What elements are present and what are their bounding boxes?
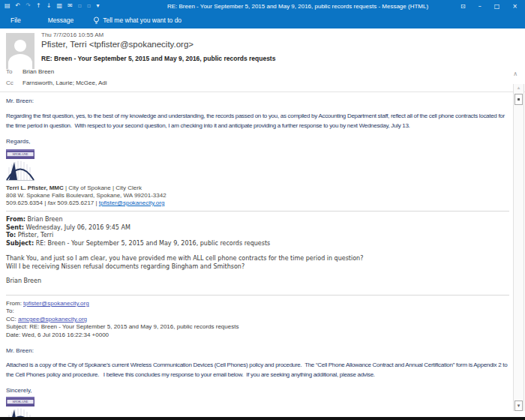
cc-row: CcFarnsworth, Laurie; McGee, Adi — [6, 80, 107, 86]
cc-recipients[interactable]: Farnsworth, Laurie; McGee, Adi — [22, 80, 107, 86]
message-body: Mr. Breen: Regarding the first question,… — [0, 94, 512, 417]
message-header: Thu 7/7/2016 10:55 AM Pfister, Terri <tp… — [0, 28, 525, 92]
message1-closing: Regards, — [6, 138, 509, 145]
tell-me-box[interactable]: Tell me what you want to do — [93, 16, 182, 25]
minimize-icon[interactable]: – — [478, 3, 482, 10]
quoted1-subject-value: RE: Breen - Your September 5, 2015 and M… — [34, 240, 270, 247]
quoted1-to-value: Pfister, Terri — [16, 232, 53, 238]
signature-line-2: 808 W. Spokane Falls Boulevard, Spokane,… — [6, 192, 509, 200]
message-subject: RE: Breen - Your September 5, 2015 and M… — [41, 55, 275, 62]
quoted1-body: Thank You, and just so I am clear, you h… — [6, 255, 509, 271]
signature-fax-number: 509.625.6217 | — [56, 200, 99, 206]
restore-icon[interactable]: □ — [494, 3, 500, 10]
quoted1-sent-label: Sent: — [6, 224, 24, 231]
tab-file[interactable]: File — [2, 16, 30, 24]
ribbon-display-options-icon[interactable]: ⊡ — [460, 3, 466, 10]
sender-avatar — [6, 33, 34, 69]
quoted2-to-row: To: — [6, 308, 509, 315]
ribbon-tab-row: File Message Tell me what you want to do — [0, 12, 525, 28]
signature-name: Terri L. Pfister, MMC — [6, 184, 64, 191]
message1-salutation: Mr. Breen: — [6, 98, 509, 104]
undo-icon[interactable]: ↶ — [16, 3, 21, 9]
quoted2-cc-link[interactable]: amcgee@spokanecity.org — [18, 316, 87, 322]
quoted1-from-row: From: Brian Breen — [6, 216, 509, 224]
cc-label: Cc — [6, 80, 22, 86]
spokane-logo-2: SPOKANE — [6, 397, 509, 417]
to-row: ToBrian Breen — [6, 68, 54, 75]
close-icon[interactable]: × — [512, 3, 518, 10]
quoted1-separator — [6, 211, 509, 212]
quick-access-toolbar: ▤ ↶ ↷ ↑ ↓ ▥ ✉ ▫ ▫ ▾ — [0, 3, 135, 9]
quoted2-cc-label: CC: — [6, 316, 18, 322]
signature-line-3: 509.625.6354 | fax 509.625.6217 | tpfist… — [6, 200, 509, 207]
signature-title: | City of Spokane | City Clerk — [64, 184, 142, 191]
logo-wordmark: SPOKANE — [12, 152, 28, 156]
quoted1-to-label: To: — [6, 232, 16, 238]
quoted-message-1: From: Brian Breen Sent: Wednesday, July … — [6, 216, 509, 285]
quoted2-closing: Sincerely, — [6, 387, 509, 394]
signature-line-1: Terri L. Pfister, MMC | City of Spokane … — [6, 184, 509, 192]
window-title: RE: Breen - Your September 5, 2015 and M… — [135, 3, 460, 10]
quoted1-subject-row: Subject: RE: Breen - Your September 5, 2… — [6, 240, 509, 248]
quoted1-signoff: Brian Breen — [6, 278, 509, 285]
signature-fax-label: fax — [47, 200, 56, 206]
outlook-message-window: ▤ ↶ ↷ ↑ ↓ ▥ ✉ ▫ ▫ ▾ RE: Breen - Your Sep… — [0, 0, 525, 420]
save-icon[interactable]: ▤ — [4, 3, 10, 9]
quoted2-cc-row: CC: amcgee@spokanecity.org — [6, 316, 509, 323]
redo-icon[interactable]: ↷ — [26, 3, 31, 9]
quoted2-paragraph: Attached is a copy of the City of Spokan… — [6, 360, 509, 380]
message-date: Thu 7/7/2016 10:55 AM — [41, 32, 104, 38]
collapse-header-chevron-icon[interactable]: ∧ — [513, 70, 518, 77]
copy-icon: ▫ — [78, 3, 82, 9]
quoted2-from-link[interactable]: tpfister@spokanecity.org — [23, 300, 89, 307]
avatar-shoulders-shape — [8, 54, 32, 69]
lightbulb-icon — [93, 16, 100, 25]
customize-qat-icon[interactable]: ▾ — [96, 3, 99, 9]
quoted2-subject-row: Subject: RE: Breen - Your September 5, 2… — [6, 323, 509, 331]
logo2-wordmark: SPOKANE — [12, 400, 28, 404]
reply-icon[interactable]: ✉ — [68, 3, 73, 9]
quoted1-from-value: Brian Breen — [26, 216, 63, 223]
vertical-scrollbar[interactable]: ▴ ▾ — [513, 84, 524, 411]
next-item-icon[interactable]: ↓ — [46, 3, 52, 9]
signature-phone: 509.625.6354 | — [6, 200, 47, 206]
scroll-up-icon[interactable]: ▴ — [514, 85, 524, 91]
spokane-logo: SPOKANE — [6, 149, 509, 182]
quoted1-sent-row: Sent: Wednesday, July 06, 2016 9:45 AM — [6, 224, 509, 232]
quoted2-from-label: From: — [6, 300, 23, 307]
quoted2-date-row: Date: Wed, 6 Jul 2016 16:22:34 +0000 — [6, 332, 509, 339]
sender-name-email[interactable]: Pfister, Terri <tpfister@spokanecity.org… — [41, 40, 194, 49]
message1-paragraph: Regarding the first question, yes, to th… — [6, 111, 509, 130]
quoted1-from-label: From: — [6, 216, 26, 223]
title-bar: ▤ ↶ ↷ ↑ ↓ ▥ ✉ ▫ ▫ ▾ RE: Breen - Your Sep… — [0, 0, 525, 12]
previous-item-icon[interactable]: ↑ — [36, 3, 41, 9]
scrollbar-thumb[interactable] — [514, 94, 523, 105]
quoted1-sent-value: Wednesday, July 06, 2016 9:45 AM — [24, 224, 130, 231]
quoted1-to-row: To: Pfister, Terri — [6, 232, 509, 240]
quoted2-separator — [6, 295, 509, 296]
quoted-message-2: From: tpfister@spokanecity.org To: CC: a… — [6, 300, 509, 417]
tell-me-label: Tell me what you want to do — [103, 16, 182, 24]
quoted1-subject-label: Subject: — [6, 240, 34, 247]
window-controls: ⊡ – □ × — [460, 3, 525, 10]
to-label: To — [6, 68, 22, 75]
avatar-head-shape — [14, 40, 26, 52]
quoted2-from-row: From: tpfister@spokanecity.org — [6, 300, 509, 308]
to-recipient[interactable]: Brian Breen — [22, 68, 54, 75]
quoted2-salutation: Mr. Breen: — [6, 347, 509, 354]
move-to-folder-icon[interactable]: ▥ — [56, 3, 62, 9]
paste-icon: ▫ — [87, 3, 91, 9]
scroll-down-icon[interactable]: ▾ — [514, 400, 523, 411]
tab-message[interactable]: Message — [39, 16, 83, 24]
signature-email-link[interactable]: tpfister@spokanecity.org — [99, 200, 165, 206]
quoted1-body-line-2: Will I be receiving Nissen refusal docum… — [6, 263, 509, 272]
quoted1-body-line-1: Thank You, and just so I am clear, you h… — [6, 255, 509, 263]
